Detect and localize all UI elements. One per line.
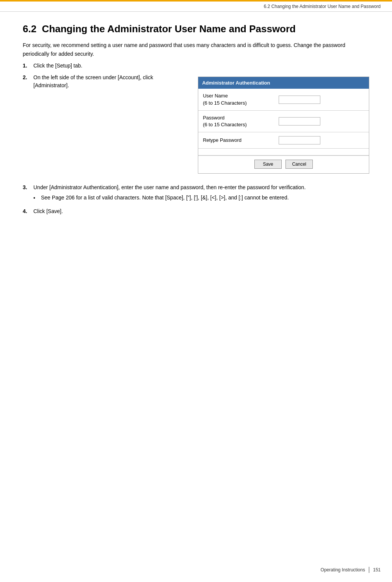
auth-label-password: Password (6 to 15 Characters) xyxy=(203,115,279,128)
step-2: 2. On the left side of the screen under … xyxy=(23,74,369,180)
section-title-text: Changing the Administrator User Name and… xyxy=(42,23,296,35)
section-title: 6.2 Changing the Administrator User Name… xyxy=(23,23,369,35)
page-footer: Operating Instructions 151 xyxy=(321,567,381,573)
step-1-text: Click the [Setup] tab. xyxy=(33,62,369,70)
page-content: 6.2 Changing the Administrator User Name… xyxy=(0,12,392,242)
auth-label-retype-text: Retype Password xyxy=(203,137,241,143)
step-3-subbullets: • See Page 206 for a list of valid chara… xyxy=(33,194,369,202)
auth-row-retype: Retype Password xyxy=(198,132,369,149)
auth-row-username: User Name (6 to 15 Characters) xyxy=(198,89,369,110)
step-3-number: 3. xyxy=(23,184,33,191)
auth-input-password[interactable] xyxy=(279,117,320,125)
auth-label-retype: Retype Password xyxy=(203,137,279,144)
step-1-number: 1. xyxy=(23,62,33,70)
auth-panel-header: Administrator Authentication xyxy=(198,77,369,89)
step-list: 1. Click the [Setup] tab. 2. On the left… xyxy=(23,62,369,215)
auth-label-username-line2: (6 to 15 Characters) xyxy=(203,100,247,106)
auth-label-username-line1: User Name xyxy=(203,93,228,99)
sub-bullet-1: • See Page 206 for a list of valid chara… xyxy=(33,194,369,202)
auth-spacer xyxy=(198,149,369,155)
auth-panel-body: User Name (6 to 15 Characters) Password … xyxy=(198,89,369,173)
step-3: 3. Under [Administrator Authentication],… xyxy=(23,184,369,204)
auth-panel: Administrator Authentication User Name (… xyxy=(198,77,369,174)
step-2-text: On the left side of the screen under [Ac… xyxy=(33,74,187,89)
step-3-content: Under [Administrator Authentication], en… xyxy=(33,184,369,204)
header-bar xyxy=(0,0,392,2)
step-1: 1. Click the [Setup] tab. xyxy=(23,62,369,70)
auth-label-password-line1: Password xyxy=(203,115,224,121)
step-4-number: 4. xyxy=(23,207,33,215)
auth-save-button[interactable]: Save xyxy=(254,160,282,169)
sub-bullet-dot: • xyxy=(33,194,41,202)
auth-label-password-line2: (6 to 15 Characters) xyxy=(203,122,247,127)
step-2-number: 2. xyxy=(23,74,33,82)
auth-label-username: User Name (6 to 15 Characters) xyxy=(203,93,279,106)
step-4: 4. Click [Save]. xyxy=(23,207,369,215)
auth-cancel-button[interactable]: Cancel xyxy=(285,160,313,169)
section-number: 6.2 xyxy=(23,23,36,35)
step-3-text: Under [Administrator Authentication], en… xyxy=(33,184,306,190)
page-header-title: 6.2 Changing the Administrator User Name… xyxy=(0,0,392,12)
sub-bullet-1-text: See Page 206 for a list of valid charact… xyxy=(41,194,289,202)
footer-divider xyxy=(369,567,369,573)
step-4-text: Click [Save]. xyxy=(33,207,369,215)
auth-input-username[interactable] xyxy=(279,96,320,104)
auth-input-retype[interactable] xyxy=(279,136,320,144)
header-title-text: 6.2 Changing the Administrator User Name… xyxy=(264,4,381,9)
auth-buttons-row: Save Cancel xyxy=(198,155,369,173)
footer-label: Operating Instructions xyxy=(321,567,365,573)
auth-row-password: Password (6 to 15 Characters) xyxy=(198,111,369,132)
footer-page-number: 151 xyxy=(373,567,381,573)
intro-text: For security, we recommend setting a use… xyxy=(23,41,369,58)
